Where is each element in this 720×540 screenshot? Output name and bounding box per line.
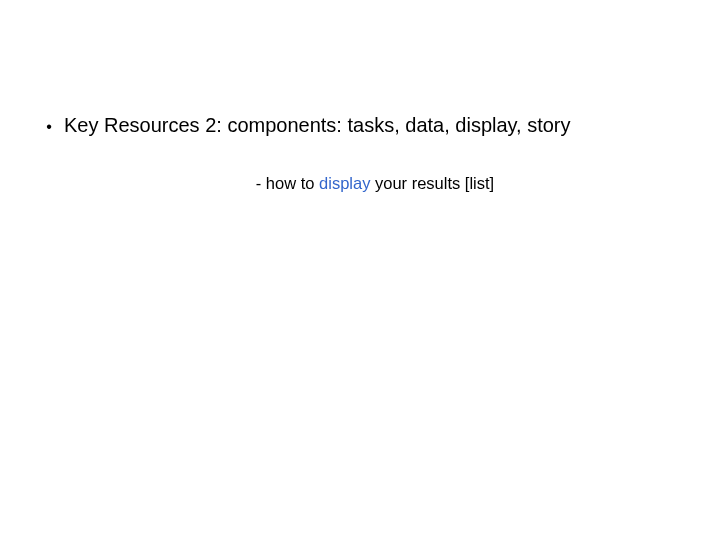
subline: - how to display your results [list] xyxy=(34,174,686,193)
bullet-item: • Key Resources 2: components: tasks, da… xyxy=(34,112,686,138)
bullet-text: Key Resources 2: components: tasks, data… xyxy=(64,112,686,138)
slide-content: • Key Resources 2: components: tasks, da… xyxy=(0,0,720,193)
subline-link[interactable]: display xyxy=(319,174,370,192)
subline-suffix: your results [list] xyxy=(370,174,494,192)
subline-prefix: - how to xyxy=(256,174,319,192)
bullet-marker: • xyxy=(34,117,64,138)
